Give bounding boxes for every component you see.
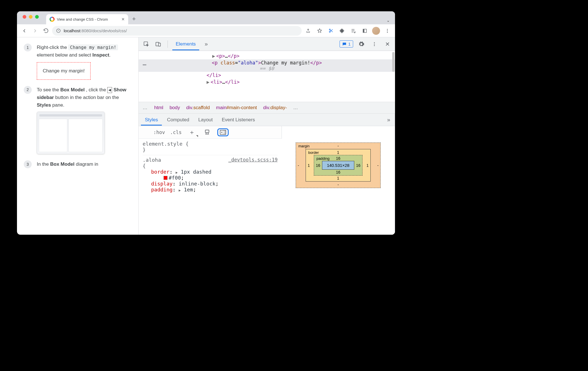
bm-value[interactable]: 1	[308, 163, 310, 168]
subtab-computed[interactable]: Computed	[163, 114, 193, 125]
subtab-styles[interactable]: Styles	[141, 114, 162, 126]
bm-content-layer[interactable]: 140.531×28	[322, 161, 354, 170]
breadcrumb-more-icon[interactable]: …	[143, 105, 148, 111]
hov-toggle[interactable]: :hov	[153, 130, 165, 135]
subtab-event-listeners[interactable]: Event Listeners	[218, 114, 259, 125]
bm-padding-layer[interactable]: padding 16 16 16 16 140.531×28	[314, 155, 362, 176]
bm-value[interactable]: -	[338, 182, 339, 187]
breadcrumb-item[interactable]: div.display-	[263, 105, 287, 111]
breadcrumb-item[interactable]: div.scaffold	[186, 105, 210, 111]
browser-tab[interactable]: View and change CSS - Chrom ✕	[46, 14, 128, 24]
close-window[interactable]	[23, 15, 26, 19]
selected-badge: == $0	[259, 66, 274, 71]
more-subtabs-icon[interactable]: »	[385, 117, 392, 123]
box-model-diagram[interactable]: margin - - - - border 1 1	[282, 139, 395, 235]
back-button[interactable]	[20, 26, 29, 35]
svg-point-2	[329, 31, 330, 32]
breadcrumb-more-icon[interactable]: …	[293, 105, 299, 111]
svg-rect-14	[205, 130, 209, 132]
dom-actions-icon[interactable]: ⋯	[143, 61, 147, 68]
close-devtools-icon[interactable]: ✕	[383, 39, 392, 49]
profile-avatar[interactable]	[371, 26, 381, 36]
new-tab-button[interactable]: +	[128, 15, 140, 24]
dom-node[interactable]: </li>	[139, 72, 395, 79]
bm-value[interactable]: -	[377, 163, 379, 168]
cls-toggle[interactable]: .cls	[170, 130, 182, 135]
dom-node[interactable]: ▶<p>…</p>	[139, 53, 395, 59]
bm-value[interactable]: 1	[366, 163, 369, 168]
bm-margin-layer[interactable]: margin - - - - border 1 1	[296, 143, 381, 188]
window-controls	[20, 11, 41, 24]
issues-badge[interactable]: 1	[340, 40, 353, 48]
chrome-favicon	[50, 17, 55, 22]
breadcrumb-item[interactable]: html	[154, 105, 163, 111]
tab-elements[interactable]: Elements	[172, 38, 199, 50]
new-rule-icon[interactable]: ＋	[187, 128, 197, 137]
css-property[interactable]: border: ▶ 1px dashed #f00;	[143, 169, 278, 181]
step-bold: Inspect	[93, 52, 110, 58]
svg-point-5	[387, 29, 388, 30]
playlist-icon[interactable]	[349, 26, 358, 36]
step-text: , click the	[86, 87, 108, 92]
svg-point-11	[374, 42, 375, 43]
dom-node[interactable]: ▶<li>…</li>	[139, 79, 395, 85]
forward-button[interactable]	[31, 26, 40, 35]
bm-value[interactable]: 16	[356, 163, 360, 168]
breadcrumb-bar[interactable]: … html body div.scaffold main#main-conte…	[139, 102, 395, 114]
rule-aloha[interactable]: _devtools.scss:19 .aloha { border: ▶ 1px…	[143, 155, 278, 193]
more-tabs-icon[interactable]: »	[201, 39, 211, 49]
step-text: To see the	[37, 87, 60, 92]
browser-toolbar: localhost:8080/docs/devtools/css/	[17, 24, 395, 37]
breadcrumb-item[interactable]: body	[169, 105, 180, 111]
show-sidebar-button[interactable]	[217, 128, 229, 136]
bm-value[interactable]: 1	[337, 176, 339, 180]
tabs-menu-icon[interactable]: ⌄	[387, 18, 390, 24]
content-area: 1 Right-click the Change my margin! elem…	[17, 37, 395, 235]
bm-value[interactable]: 16	[336, 170, 340, 174]
maximize-window[interactable]	[35, 15, 39, 19]
scissors-icon[interactable]	[326, 26, 336, 36]
styles-rules[interactable]: element.style { } _devtools.scss:19 .alo…	[139, 139, 282, 235]
dom-tree[interactable]: ▶<p>…</p> ⋯ <p class="aloha">Change my m…	[139, 51, 395, 102]
css-property[interactable]: display: inline-block;	[143, 181, 278, 187]
address-bar[interactable]: localhost:8080/docs/devtools/css/	[52, 26, 302, 36]
close-tab-icon[interactable]: ✕	[121, 17, 125, 21]
color-swatch[interactable]	[164, 176, 168, 180]
reading-list-icon[interactable]	[360, 26, 370, 36]
settings-gear-icon[interactable]	[357, 39, 366, 49]
bm-border-layer[interactable]: border 1 1 1 1 padding 16	[306, 149, 371, 182]
kebab-menu-icon[interactable]	[370, 39, 379, 49]
bookmark-star-icon[interactable]	[315, 26, 324, 36]
svg-rect-16	[224, 130, 226, 134]
rule-element-style[interactable]: element.style { }	[143, 141, 278, 153]
bm-value[interactable]: 16	[336, 156, 340, 161]
reload-button[interactable]	[41, 26, 50, 35]
svg-point-1	[329, 29, 330, 30]
minimize-window[interactable]	[29, 15, 33, 19]
scrollbar-thumb[interactable]	[392, 52, 394, 72]
rule-source-link[interactable]: _devtools.scss:19	[228, 157, 278, 163]
extensions-icon[interactable]	[337, 26, 347, 36]
svg-rect-4	[363, 29, 364, 33]
subtab-layout[interactable]: Layout	[194, 114, 217, 125]
svg-rect-10	[158, 43, 160, 46]
bm-value[interactable]: -	[298, 163, 299, 168]
step-3: 3 In the Box Model diagram in	[24, 160, 132, 168]
share-icon[interactable]	[303, 26, 313, 36]
css-property[interactable]: padding: ▶ 1em;	[143, 187, 278, 193]
devtools-top-bar: Elements » 1 ✕	[139, 37, 395, 51]
issues-count: 1	[348, 42, 351, 46]
styles-panel: Styles Computed Layout Event Listeners »…	[139, 114, 395, 235]
bm-value[interactable]: 1	[337, 150, 339, 155]
bm-value[interactable]: -	[338, 144, 339, 148]
inspect-element-icon[interactable]	[141, 39, 151, 49]
lower-panels: Styles Computed Layout Event Listeners »…	[139, 114, 395, 235]
rendering-hints-icon[interactable]	[202, 128, 212, 137]
change-my-margin-box[interactable]: Change my margin!	[37, 62, 91, 79]
styles-toolbar: :hov .cls ＋	[139, 126, 282, 139]
menu-icon[interactable]	[383, 26, 392, 36]
breadcrumb-item[interactable]: main#main-content	[216, 105, 257, 111]
bm-value[interactable]: 16	[316, 163, 320, 168]
dom-node-selected[interactable]: ⋯ <p class="aloha">Change my margin!</p>…	[139, 59, 395, 72]
device-toolbar-icon[interactable]	[153, 39, 163, 49]
